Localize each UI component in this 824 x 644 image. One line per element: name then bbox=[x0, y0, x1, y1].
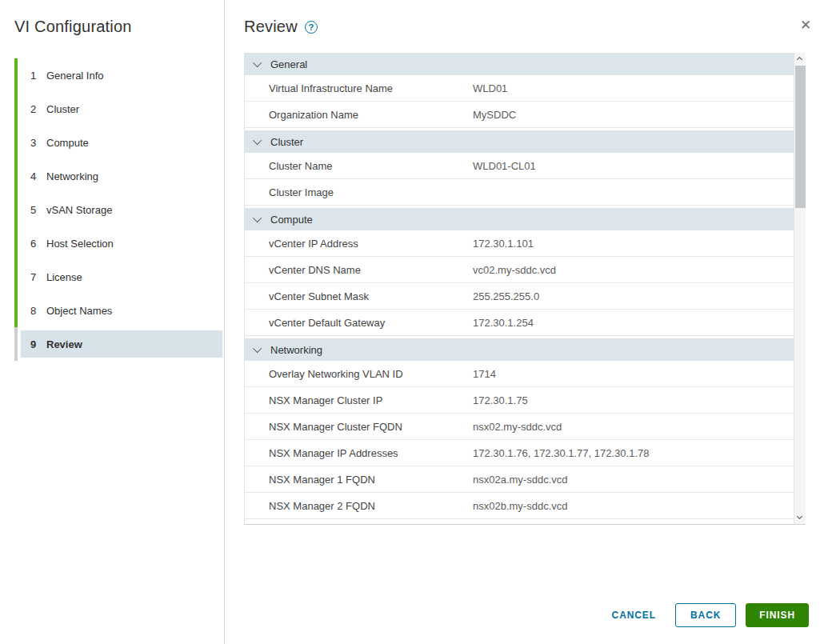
sidebar-step-review[interactable]: 9Review bbox=[14, 327, 222, 361]
chevron-down-icon bbox=[253, 58, 262, 67]
step-number: 2 bbox=[30, 103, 42, 115]
chevron-down-icon bbox=[797, 514, 802, 519]
row-value: 172.30.1.101 bbox=[473, 238, 534, 250]
step-inner: 6Host Selection bbox=[21, 230, 222, 257]
table-row: vCenter IP Address172.30.1.101 bbox=[245, 230, 794, 257]
step-inner: 3Compute bbox=[21, 129, 222, 156]
step-number: 5 bbox=[30, 204, 42, 216]
section-header-networking[interactable]: Networking bbox=[245, 338, 794, 361]
step-inner: 4Networking bbox=[21, 162, 222, 190]
step-number: 8 bbox=[30, 305, 42, 317]
sidebar-step-vsan-storage[interactable]: 5vSAN Storage bbox=[14, 193, 222, 226]
vertical-scrollbar[interactable] bbox=[794, 53, 806, 524]
back-button[interactable]: BACK bbox=[675, 603, 736, 627]
row-value: WLD01 bbox=[473, 82, 507, 94]
step-label: General Info bbox=[46, 70, 104, 82]
sidebar-step-networking[interactable]: 4Networking bbox=[14, 159, 222, 193]
scroll-up-button[interactable] bbox=[794, 53, 806, 66]
row-label: Overlay Networking VLAN ID bbox=[245, 368, 473, 380]
step-number: 4 bbox=[30, 170, 42, 182]
sidebar-step-object-names[interactable]: 8Object Names bbox=[14, 294, 222, 327]
section-header-compute[interactable]: Compute bbox=[245, 208, 794, 230]
step-number: 6 bbox=[30, 238, 42, 250]
section-header-general[interactable]: General bbox=[245, 53, 794, 75]
table-row: Organization NameMySDDC bbox=[245, 102, 794, 128]
step-label: License bbox=[46, 271, 82, 283]
table-row: NSX Manager IP Addresses172.30.1.76, 172… bbox=[245, 440, 794, 466]
row-value: 1714 bbox=[473, 368, 496, 380]
sidebar-step-host-selection[interactable]: 6Host Selection bbox=[14, 226, 222, 260]
row-label: vCenter IP Address bbox=[245, 238, 473, 250]
step-inner: 2Cluster bbox=[21, 95, 222, 122]
step-label: Host Selection bbox=[46, 238, 114, 250]
row-label: NSX Manager 2 FQDN bbox=[245, 500, 473, 512]
table-row: vCenter Subnet Mask255.255.255.0 bbox=[245, 283, 794, 310]
help-icon[interactable]: ? bbox=[305, 21, 318, 34]
vi-configuration-wizard: VI Configuration 1General Info2Cluster3C… bbox=[0, 0, 824, 644]
section-header-cluster[interactable]: Cluster bbox=[245, 130, 794, 153]
table-row: NSX Manager Cluster FQDNnsx02.my-sddc.vc… bbox=[245, 414, 794, 440]
step-label: Networking bbox=[46, 170, 98, 182]
step-inner: 9Review bbox=[21, 330, 222, 358]
scrollbar-thumb[interactable] bbox=[795, 66, 806, 208]
row-label: Virtual Infrastructure Name bbox=[245, 82, 473, 94]
sidebar-step-cluster[interactable]: 2Cluster bbox=[14, 92, 222, 126]
row-value: MySDDC bbox=[473, 109, 516, 121]
wizard-sidebar: VI Configuration 1General Info2Cluster3C… bbox=[0, 0, 225, 644]
sidebar-step-compute[interactable]: 3Compute bbox=[14, 126, 222, 159]
wizard-step-list: 1General Info2Cluster3Compute4Networking… bbox=[0, 58, 224, 361]
cancel-button[interactable]: CANCEL bbox=[602, 603, 666, 627]
table-row: Overlay Networking VLAN ID1714 bbox=[245, 361, 794, 387]
step-label: vSAN Storage bbox=[46, 204, 112, 216]
step-label: Object Names bbox=[46, 305, 112, 317]
step-label: Compute bbox=[46, 137, 89, 149]
step-number: 7 bbox=[30, 271, 42, 283]
row-label: NSX Manager Cluster FQDN bbox=[245, 421, 473, 433]
row-value: 255.255.255.0 bbox=[473, 290, 539, 302]
row-label: NSX Manager IP Addresses bbox=[245, 447, 473, 459]
section-title: Compute bbox=[270, 214, 313, 226]
section-title: General bbox=[270, 58, 307, 70]
close-icon[interactable]: ✕ bbox=[798, 18, 814, 34]
chevron-down-icon bbox=[253, 214, 262, 222]
chevron-down-icon bbox=[253, 136, 262, 145]
wizard-title: VI Configuration bbox=[0, 0, 224, 36]
chevron-up-icon bbox=[797, 57, 802, 62]
scroll-down-button[interactable] bbox=[794, 511, 806, 524]
row-value: WLD01-CL01 bbox=[473, 160, 536, 172]
table-row: NSX Manager 2 FQDNnsx02b.my-sddc.vcd bbox=[245, 493, 794, 519]
section-title: Cluster bbox=[270, 136, 303, 148]
chevron-down-icon bbox=[253, 344, 262, 353]
review-table: GeneralVirtual Infrastructure NameWLD01O… bbox=[244, 53, 806, 525]
row-label: Organization Name bbox=[245, 109, 473, 121]
page-title: Review bbox=[244, 18, 298, 36]
step-inner: 1General Info bbox=[21, 62, 222, 89]
section-title: Networking bbox=[270, 344, 322, 356]
review-table-body: GeneralVirtual Infrastructure NameWLD01O… bbox=[245, 53, 794, 524]
table-row: NSX Manager Cluster IP172.30.1.75 bbox=[245, 387, 794, 414]
step-label: Review bbox=[46, 338, 82, 350]
sidebar-step-license[interactable]: 7License bbox=[14, 260, 222, 294]
review-panel: Review ? ✕ GeneralVirtual Infrastructure… bbox=[225, 0, 824, 644]
row-label: vCenter DNS Name bbox=[245, 264, 473, 276]
table-row: NSX Manager 1 FQDNnsx02a.my-sddc.vcd bbox=[245, 466, 794, 493]
step-number: 9 bbox=[30, 338, 42, 350]
row-label: vCenter Default Gateway bbox=[245, 317, 473, 329]
table-row: Virtual Infrastructure NameWLD01 bbox=[245, 75, 794, 102]
row-value: 172.30.1.75 bbox=[473, 394, 528, 406]
finish-button[interactable]: FINISH bbox=[746, 603, 809, 627]
table-row: vCenter Default Gateway172.30.1.254 bbox=[245, 310, 794, 336]
row-label: Cluster Name bbox=[245, 160, 473, 172]
step-inner: 8Object Names bbox=[21, 297, 222, 324]
row-value: vc02.my-sddc.vcd bbox=[473, 264, 556, 276]
row-value: nsx02a.my-sddc.vcd bbox=[473, 474, 568, 486]
wizard-footer: CANCEL BACK FINISH bbox=[602, 603, 809, 627]
row-label: NSX Manager Cluster IP bbox=[245, 394, 473, 406]
sidebar-step-general-info[interactable]: 1General Info bbox=[14, 58, 222, 92]
row-label: vCenter Subnet Mask bbox=[245, 290, 473, 302]
row-label: Cluster Image bbox=[245, 186, 473, 198]
row-label: NSX Manager 1 FQDN bbox=[245, 474, 473, 486]
table-row: vCenter DNS Namevc02.my-sddc.vcd bbox=[245, 257, 794, 283]
row-value: nsx02.my-sddc.vcd bbox=[473, 421, 562, 433]
step-number: 1 bbox=[30, 70, 42, 82]
